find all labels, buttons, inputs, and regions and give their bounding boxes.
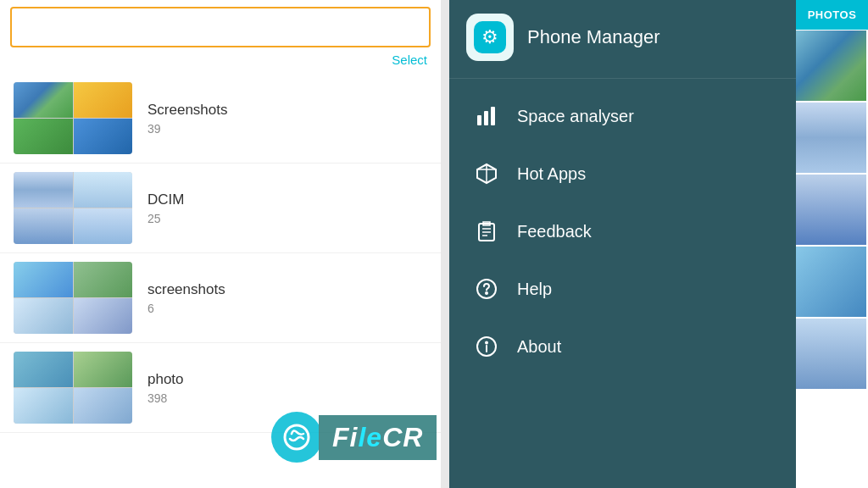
- list-item[interactable]: Screenshots 39: [0, 74, 441, 164]
- watermark: FileCR: [271, 412, 437, 463]
- folder-thumbnail: [14, 352, 132, 424]
- watermark-text: FileCR: [319, 415, 437, 460]
- thumb-cell: [14, 119, 73, 154]
- list-item[interactable]: DCIM 25: [0, 164, 441, 253]
- menu-item-label: Hot Apps: [517, 164, 586, 184]
- menu-title: Phone Manager: [527, 26, 660, 48]
- overlay-menu: ⚙ Phone Manager Space analyser: [449, 0, 797, 488]
- folder-info: DCIM 25: [147, 191, 427, 225]
- thumb-cell: [14, 352, 73, 387]
- menu-item-label: Feedback: [517, 222, 592, 241]
- right-thumbnail[interactable]: [796, 175, 866, 245]
- svg-point-11: [486, 292, 487, 294]
- folder-name: Screenshots: [147, 102, 427, 119]
- menu-item-help[interactable]: Help: [449, 260, 797, 318]
- info-circle-icon: [473, 333, 500, 360]
- select-button[interactable]: Select: [0, 51, 441, 74]
- question-circle-icon: [473, 275, 500, 302]
- folder-count: 398: [147, 391, 427, 405]
- svg-rect-2: [491, 107, 495, 125]
- menu-item-label: About: [517, 337, 561, 357]
- search-bar[interactable]: [10, 7, 431, 47]
- folder-name: screenshots: [147, 281, 427, 298]
- menu-item-feedback[interactable]: Feedback: [449, 202, 797, 260]
- thumb-cell: [14, 82, 73, 118]
- clipboard-icon: [473, 218, 500, 245]
- folder-thumbnail: [14, 262, 132, 334]
- right-panel: PHOTOS: [796, 0, 868, 488]
- thumb-cell: [14, 298, 73, 334]
- thumb-cell: [14, 208, 73, 244]
- folder-name: photo: [147, 371, 427, 388]
- folder-name: DCIM: [147, 191, 427, 208]
- right-thumbnail[interactable]: [796, 30, 866, 101]
- watermark-logo: [271, 412, 322, 463]
- thumb-cell: [14, 172, 73, 208]
- menu-item-label: Space analyser: [517, 107, 634, 126]
- folder-thumbnail: [14, 82, 132, 154]
- svg-rect-1: [484, 111, 488, 125]
- thumb-cell: [74, 172, 133, 208]
- svg-point-13: [486, 342, 487, 344]
- svg-point-15: [285, 425, 309, 449]
- folder-info: screenshots 6: [147, 281, 427, 315]
- thumb-cell: [74, 119, 133, 154]
- thumb-cell: [74, 208, 133, 244]
- right-thumbnail[interactable]: [796, 319, 866, 389]
- photos-tab[interactable]: PHOTOS: [796, 0, 868, 30]
- folder-info: Screenshots 39: [147, 102, 427, 136]
- menu-item-hot-apps[interactable]: Hot Apps: [449, 145, 797, 202]
- list-item[interactable]: screenshots 6: [0, 253, 441, 343]
- menu-item-space-analyser[interactable]: Space analyser: [449, 87, 797, 145]
- menu-items: Space analyser Hot Apps: [449, 79, 797, 488]
- folder-count: 6: [147, 302, 427, 315]
- thumb-cell: [74, 352, 133, 387]
- menu-item-about[interactable]: About: [449, 318, 797, 375]
- thumb-cell: [74, 298, 133, 334]
- bar-chart-icon: [473, 103, 500, 130]
- right-thumbnail[interactable]: [796, 247, 866, 317]
- right-thumbnail[interactable]: [796, 103, 866, 173]
- thumb-cell: [74, 82, 133, 118]
- thumb-cell: [74, 388, 133, 424]
- app-icon-inner: ⚙: [474, 21, 506, 53]
- svg-rect-0: [477, 115, 481, 125]
- thumb-cell: [14, 388, 73, 424]
- folder-thumbnail: [14, 172, 132, 244]
- folder-info: photo 398: [147, 371, 427, 405]
- thumb-cell: [14, 262, 73, 297]
- menu-header: ⚙ Phone Manager: [449, 0, 797, 79]
- thumb-cell: [74, 262, 133, 297]
- app-icon: ⚙: [466, 14, 514, 61]
- cube-icon: [473, 160, 500, 187]
- folder-count: 25: [147, 212, 427, 225]
- folder-count: 39: [147, 122, 427, 136]
- menu-item-label: Help: [517, 280, 552, 299]
